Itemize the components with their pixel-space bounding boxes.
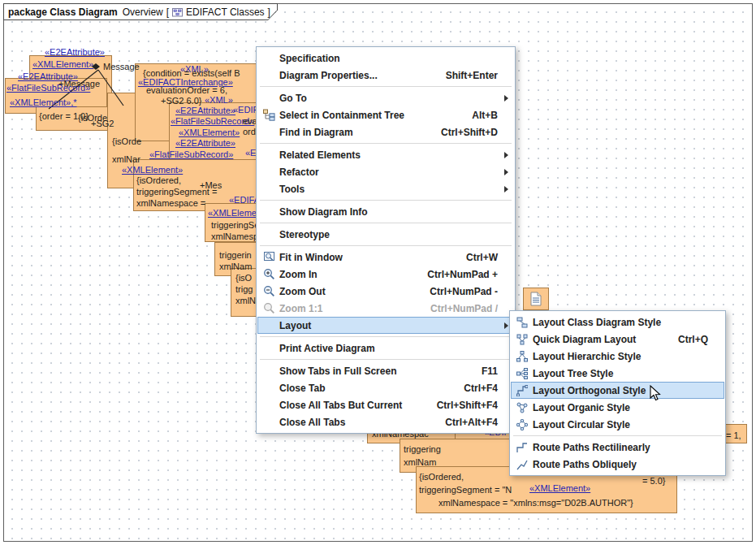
diagram-text: xmlNar — [112, 154, 140, 164]
menu-item-label: Go To — [279, 93, 328, 104]
menu-item-layout-orthogonal-style[interactable]: Layout Orthogonal Style — [511, 382, 724, 399]
menu-separator — [260, 143, 512, 144]
diagram-frame-header[interactable]: package Class Diagram Overview [ EDIFACT… — [3, 3, 278, 20]
route-paths-obliquely-icon — [514, 458, 530, 470]
menu-item-find-in-diagram[interactable]: Find in Diagram Ctrl+Shift+D — [257, 123, 514, 141]
diagram-text: «XMLElement» — [32, 59, 93, 69]
menu-item-layout[interactable]: Layout — [257, 317, 514, 334]
menu-icon-slot — [261, 69, 277, 81]
menu-item-layout-hierarchic-style[interactable]: Layout Hierarchic Style — [511, 348, 724, 365]
menu-item-quick-diagram-layout[interactable]: Quick Diagram Layout Ctrl+Q — [511, 331, 724, 348]
frame-keyword: package Class Diagram — [8, 6, 118, 18]
menu-shortcut: F11 — [482, 365, 509, 377]
menu-item-label: Layout Circular Style — [533, 419, 651, 430]
diagram-text: «XMLElement» — [529, 483, 590, 493]
menu-item-close-all-tabs[interactable]: Close All Tabs Ctrl+Alt+F4 — [257, 413, 514, 430]
menu-shortcut: Ctrl+Shift+F4 — [437, 400, 509, 411]
menu-item-label: Layout Hierarchic Style — [533, 351, 662, 362]
menu-item-label: Route Paths Rectilinearly — [533, 442, 672, 453]
menu-item-close-tab[interactable]: Close Tab Ctrl+F4 — [257, 379, 514, 396]
diagram-text: «E2EAttribute» — [175, 106, 235, 115]
submenu-arrow-icon — [504, 322, 508, 329]
menu-item-layout-circular-style[interactable]: Layout Circular Style — [511, 416, 724, 433]
submenu-arrow-icon — [504, 169, 508, 175]
menu-item-zoom-in[interactable]: Zoom In Ctrl+NumPad + — [257, 266, 514, 283]
diagram-text: «XMLElement»,* — [10, 97, 77, 107]
menu-item-go-to[interactable]: Go To — [257, 89, 514, 106]
menu-item-zoom-out[interactable]: Zoom Out Ctrl+NumPad - — [257, 283, 514, 300]
menu-item-label: Stereotype — [279, 229, 351, 240]
menu-item-label: Route Paths Obliquely — [533, 459, 658, 470]
menu-item-show-diagram-info[interactable]: Show Diagram Info — [257, 203, 514, 220]
menu-item-route-paths-rectilinearly[interactable]: Route Paths Rectilinearly — [511, 439, 724, 456]
menu-item-label: Quick Diagram Layout — [533, 334, 657, 345]
submenu-arrow-icon — [504, 152, 508, 158]
diagram-note-element[interactable] — [523, 288, 549, 310]
menu-shortcut: Ctrl+Q — [678, 334, 719, 345]
menu-icon-slot — [261, 166, 277, 178]
menu-item-stereotype[interactable]: Stereotype — [257, 226, 514, 243]
menu-icon-slot — [261, 365, 277, 377]
diagram-text: «FlatFileSubRecord» — [6, 83, 90, 93]
menu-item-close-all-tabs-but-current[interactable]: Close All Tabs But Current Ctrl+Shift+F4 — [257, 396, 514, 413]
diagram-text: «FlatFileSubRecord» — [171, 116, 254, 126]
menu-item-layout-class-diagram-style[interactable]: Layout Class Diagram Style — [511, 314, 724, 331]
diagram-text: triggeringSegment = "N — [419, 485, 512, 495]
diagram-text: +Mes — [200, 180, 222, 190]
menu-item-label: Layout Class Diagram Style — [533, 317, 682, 328]
diagram-text: xmlN — [235, 296, 256, 305]
diagram-text: {isOrde — [112, 136, 141, 146]
diagram-text: «XML» — [205, 95, 233, 105]
diagram-text: {isO — [235, 273, 252, 283]
diagram-text: «E2EAttribute» — [45, 47, 105, 57]
menu-icon-slot — [261, 416, 277, 428]
submenu-arrow-icon — [504, 95, 508, 102]
class-diagram-icon — [172, 7, 183, 17]
menu-item-layout-organic-style[interactable]: Layout Organic Style — [511, 399, 724, 416]
menu-item-zoom-1-1[interactable]: Zoom 1:1 Ctrl+NumPad / — [257, 300, 514, 317]
menu-item-label: Related Elements — [279, 149, 382, 161]
menu-separator — [260, 245, 512, 246]
menu-icon-slot — [261, 228, 277, 240]
diagram-text: «FlatFileSubRecord» — [149, 149, 233, 159]
menu-item-show-tabs-in-full-screen[interactable]: Show Tabs in Full Screen F11 — [257, 362, 514, 379]
menu-shortcut: Ctrl+NumPad + — [427, 269, 509, 280]
fit-in-window-icon — [261, 251, 277, 263]
menu-separator — [260, 336, 512, 337]
menu-item-label: Layout Tree Style — [533, 368, 634, 379]
menu-item-related-elements[interactable]: Related Elements — [257, 146, 514, 163]
menu-separator — [260, 223, 512, 223]
menu-item-label: Show Tabs in Full Screen — [279, 365, 417, 377]
menu-item-label: Close All Tabs But Current — [279, 400, 423, 411]
diagram-text: {isOrdered, — [136, 175, 181, 185]
menu-item-tools[interactable]: Tools — [257, 180, 514, 197]
menu-item-fit-in-window[interactable]: Fit in Window Ctrl+W — [257, 249, 514, 266]
menu-item-label: Select in Containment Tree — [279, 110, 426, 121]
menu-item-route-paths-obliquely[interactable]: Route Paths Obliquely — [511, 456, 724, 473]
menu-shortcut: Shift+Enter — [446, 70, 509, 81]
zoom-in-icon — [261, 268, 277, 280]
menu-item-select-in-containment-tree[interactable]: Select in Containment Tree Alt+B — [257, 106, 514, 123]
menu-item-label: Zoom 1:1 — [279, 303, 343, 314]
layout-organic-style-icon — [514, 401, 530, 413]
diagram-text: = 1, — [726, 430, 741, 440]
menu-item-label: Layout Organic Style — [533, 402, 651, 413]
diagram-text: xmlNam — [404, 457, 436, 467]
menu-item-refactor[interactable]: Refactor — [257, 163, 514, 180]
menu-item-label: Close Tab — [279, 383, 346, 394]
menu-shortcut: Alt+B — [472, 110, 509, 121]
menu-icon-slot — [261, 342, 277, 354]
menu-item-layout-tree-style[interactable]: Layout Tree Style — [511, 365, 724, 382]
diagram-text: +SG2 — [91, 119, 114, 128]
menu-item-specification[interactable]: Specification — [257, 50, 514, 67]
menu-item-print-active-diagram[interactable]: Print Active Diagram — [257, 340, 514, 357]
menu-item-label: Print Active Diagram — [279, 343, 396, 354]
containment-tree-icon — [261, 109, 277, 121]
menu-icon-slot — [261, 399, 277, 411]
menu-item-diagram-properties[interactable]: Diagram Properties... Shift+Enter — [257, 67, 514, 84]
menu-icon-slot — [261, 183, 277, 195]
diagram-text: xmlNamespace = "xmlns:msg="D02B.AUTHOR"} — [438, 498, 633, 508]
context-menu: Specification Diagram Properties... Shif… — [256, 46, 516, 434]
menu-item-label: Zoom In — [279, 269, 339, 280]
diagram-text: Message — [103, 62, 140, 71]
